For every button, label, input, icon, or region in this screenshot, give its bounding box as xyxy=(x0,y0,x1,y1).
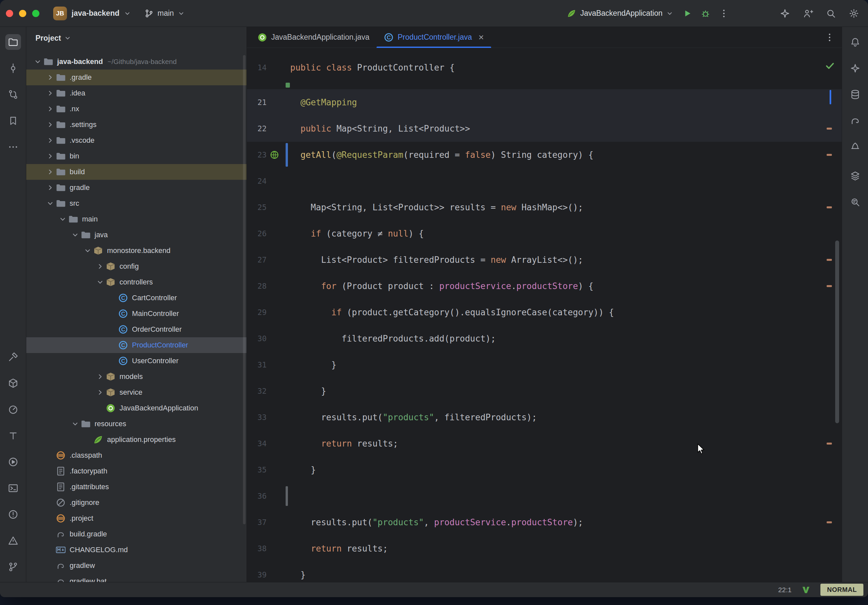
tab-javabackendapplication-java[interactable]: JavaBackendApplication.java xyxy=(250,27,377,48)
pull-requests-button[interactable] xyxy=(5,87,21,102)
code-line-34[interactable]: 34 return results; xyxy=(247,430,842,457)
gradle-button[interactable] xyxy=(847,113,863,128)
chevron-down-icon[interactable] xyxy=(32,56,43,67)
chevron-right-icon[interactable] xyxy=(95,261,106,272)
more-run-actions-button[interactable] xyxy=(716,6,732,21)
tree-item-productcontroller[interactable]: CProductController xyxy=(26,337,246,353)
tree-item-main[interactable]: main xyxy=(26,211,246,227)
run-button[interactable] xyxy=(680,6,694,21)
chevron-right-icon[interactable] xyxy=(45,119,56,130)
minimize-window-button[interactable] xyxy=(19,10,26,17)
folded-region[interactable] xyxy=(247,81,842,89)
tree-item--classpath[interactable]: .classpath xyxy=(26,447,246,463)
search-everywhere-button[interactable] xyxy=(823,6,839,21)
project-button[interactable] xyxy=(5,34,21,50)
tree-item-bin[interactable]: bin xyxy=(26,148,246,164)
tree-item--gitattributes[interactable]: .gitattributes xyxy=(26,479,246,495)
chevron-right-icon[interactable] xyxy=(45,103,56,115)
documentation-layers-button[interactable] xyxy=(847,168,863,184)
database-button[interactable] xyxy=(847,87,863,102)
caret-position-widget[interactable]: 22:1 xyxy=(778,586,792,594)
tree-item-changelog-md[interactable]: CHANGELOG.md xyxy=(26,542,246,558)
notifications-button[interactable] xyxy=(847,34,863,50)
code-with-me-button[interactable] xyxy=(800,6,815,21)
chevron-down-icon[interactable] xyxy=(70,229,81,240)
tree-item--factorypath[interactable]: .factorypath xyxy=(26,463,246,479)
editor-scrollbar[interactable] xyxy=(835,240,839,423)
close-tab-icon[interactable]: × xyxy=(479,33,484,42)
chevron-right-icon[interactable] xyxy=(45,88,56,99)
tree-item--gradle[interactable]: .gradle xyxy=(26,70,246,85)
find-in-files-button[interactable] xyxy=(847,194,863,210)
code-line-22[interactable]: 22 public Map<String, List<Product>> xyxy=(247,116,842,142)
more-tool-windows-button[interactable] xyxy=(5,139,21,155)
code-line-23[interactable]: 23 getAll(@RequestParam(required = false… xyxy=(247,142,842,168)
code-line-30[interactable]: 30 filteredProducts.add(product); xyxy=(247,325,842,352)
code-line-38[interactable]: 38 return results; xyxy=(247,535,842,562)
tree-item-usercontroller[interactable]: CUserController xyxy=(26,353,246,369)
tab-productcontroller-java[interactable]: C ProductController.java × xyxy=(377,27,491,48)
tree-item-build[interactable]: build xyxy=(26,164,246,180)
branch-selector[interactable]: main xyxy=(144,9,184,18)
code-line-28[interactable]: 28 for (Product product : productService… xyxy=(247,273,842,299)
debug-button[interactable] xyxy=(698,6,713,21)
zoom-window-button[interactable] xyxy=(32,10,39,17)
problems-button[interactable] xyxy=(5,507,21,522)
code-line-14[interactable]: 14public class ProductController { xyxy=(247,54,842,81)
chevron-down-icon[interactable] xyxy=(57,214,68,225)
tree-item-gradlew[interactable]: gradlew xyxy=(26,558,246,574)
tree-item-gradle[interactable]: gradle xyxy=(26,180,246,195)
code-line-24[interactable]: 24 xyxy=(247,168,842,194)
tree-item-resources[interactable]: resources xyxy=(26,416,246,432)
code-line-35[interactable]: 35 } xyxy=(247,457,842,483)
build-button[interactable] xyxy=(5,349,21,365)
chevron-right-icon[interactable] xyxy=(45,182,56,193)
vim-mode-badge[interactable]: NORMAL xyxy=(820,584,863,596)
chevron-down-icon[interactable] xyxy=(82,245,93,256)
chevron-right-icon[interactable] xyxy=(45,135,56,146)
bookmarks-button[interactable] xyxy=(5,113,21,128)
chevron-down-icon[interactable] xyxy=(70,418,81,430)
chevron-right-icon[interactable] xyxy=(95,371,106,382)
code-line-39[interactable]: 39 } xyxy=(247,562,842,582)
chevron-right-icon[interactable] xyxy=(45,151,56,162)
code-line-33[interactable]: 33 results.put("products", filteredProdu… xyxy=(247,404,842,430)
warnings-button[interactable] xyxy=(5,533,21,549)
tree-item-models[interactable]: models xyxy=(26,369,246,385)
tree-item-config[interactable]: config xyxy=(26,258,246,274)
run-configuration-selector[interactable]: JavaBackendApplication xyxy=(564,7,676,20)
tab-options-icon[interactable] xyxy=(822,30,837,45)
chevron-down-icon[interactable] xyxy=(45,198,56,209)
tree-item-javabackendapplication[interactable]: JavaBackendApplication xyxy=(26,400,246,416)
terminal-button[interactable] xyxy=(5,480,21,496)
code-line-27[interactable]: 27 List<Product> filteredProducts = new … xyxy=(247,247,842,273)
tree-item--settings[interactable]: .settings xyxy=(26,117,246,133)
tree-item-application-properties[interactable]: application.properties xyxy=(26,432,246,447)
tree-item-java[interactable]: java xyxy=(26,227,246,243)
dependencies-button[interactable] xyxy=(5,375,21,391)
chevron-right-icon[interactable] xyxy=(45,72,56,83)
inspections-ok-icon[interactable] xyxy=(825,60,835,71)
commit-button[interactable] xyxy=(5,60,21,76)
chevron-right-icon[interactable] xyxy=(45,166,56,178)
ai-assistant-button[interactable] xyxy=(777,6,792,21)
project-tree-scrollbar[interactable] xyxy=(243,55,246,524)
maven-button[interactable] xyxy=(847,139,863,155)
chevron-down-icon[interactable] xyxy=(95,277,106,288)
version-control-button[interactable] xyxy=(5,559,21,575)
tree-item-controllers[interactable]: controllers xyxy=(26,274,246,290)
tree-item-maincontroller[interactable]: CMainController xyxy=(26,306,246,322)
tree-item-src[interactable]: src xyxy=(26,195,246,211)
code-line-31[interactable]: 31 } xyxy=(247,352,842,378)
code-line-26[interactable]: 26 if (category ≠ null) { xyxy=(247,220,842,247)
tree-item--idea[interactable]: .idea xyxy=(26,85,246,101)
code-line-37[interactable]: 37 results.put("products", productServic… xyxy=(247,509,842,535)
tree-item--nx[interactable]: .nx xyxy=(26,101,246,117)
ai-assistant-button[interactable] xyxy=(847,60,863,76)
code-line-36[interactable]: 36 xyxy=(247,483,842,509)
tree-item--vscode[interactable]: .vscode xyxy=(26,133,246,148)
project-panel-header[interactable]: Project xyxy=(26,27,246,49)
tree-item-service[interactable]: service xyxy=(26,385,246,400)
ideavim-icon[interactable] xyxy=(801,585,811,594)
profiler-button[interactable] xyxy=(5,402,21,417)
